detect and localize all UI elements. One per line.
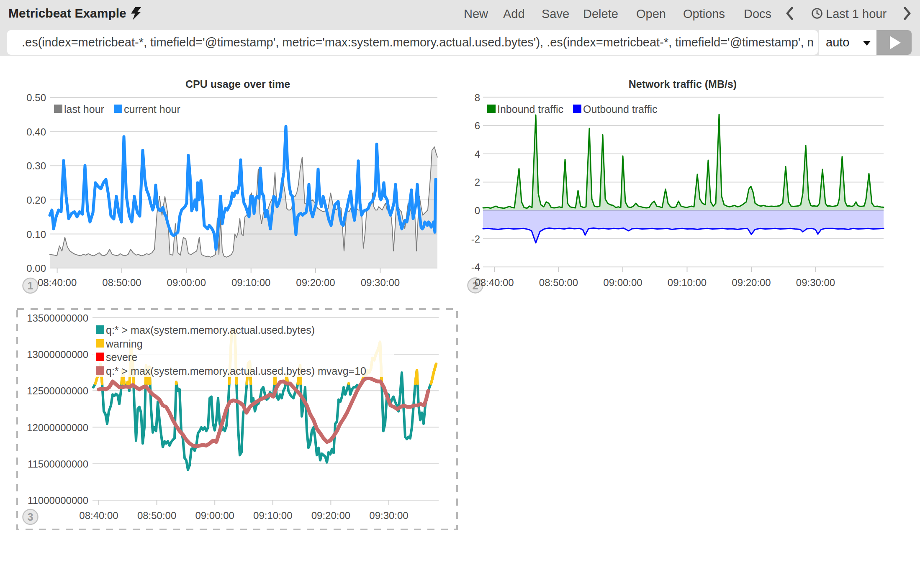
svg-text:09:20:00: 09:20:00	[311, 510, 350, 521]
svg-text:warning: warning	[105, 338, 143, 350]
svg-text:12000000000: 12000000000	[27, 422, 88, 433]
svg-text:09:30:00: 09:30:00	[369, 510, 408, 521]
svg-text:11500000000: 11500000000	[28, 458, 88, 470]
svg-text:13000000000: 13000000000	[27, 349, 88, 360]
svg-text:severe: severe	[106, 351, 137, 363]
svg-text:q:* > max(system.memory.actual: q:* > max(system.memory.actual.used.byte…	[106, 324, 315, 336]
svg-text:q:* > max(system.memory.actual: q:* > max(system.memory.actual.used.byte…	[106, 365, 366, 377]
svg-text:3: 3	[28, 511, 33, 523]
svg-text:12500000000: 12500000000	[27, 385, 88, 396]
svg-text:08:40:00: 08:40:00	[79, 510, 118, 521]
svg-text:09:10:00: 09:10:00	[253, 510, 292, 521]
svg-text:11000000000: 11000000000	[28, 495, 88, 506]
svg-text:09:00:00: 09:00:00	[195, 510, 234, 521]
svg-text:13500000000: 13500000000	[27, 312, 88, 324]
svg-text:08:50:00: 08:50:00	[137, 510, 176, 521]
